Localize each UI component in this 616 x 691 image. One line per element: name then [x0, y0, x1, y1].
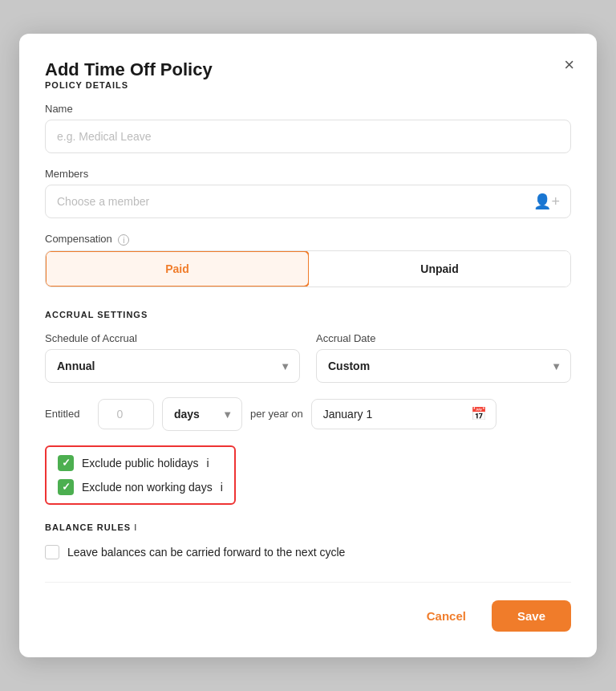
schedule-select[interactable]: Annual Monthly Weekly [45, 349, 300, 383]
accrual-schedule-row: Schedule of Accrual Annual Monthly Weekl… [45, 332, 571, 383]
exclude-public-holidays-checkbox[interactable]: ✓ [58, 455, 74, 471]
checkmark-icon: ✓ [62, 457, 71, 469]
policy-details-section-label: POLICY DETAILS [45, 80, 571, 90]
add-member-icon[interactable]: 👤+ [533, 193, 560, 210]
name-label: Name [45, 103, 571, 115]
entitled-row: Entitled days hours ▼ per year on 📅 [45, 397, 571, 431]
balance-rules-section-label: BALANCE RULES i [45, 522, 571, 532]
schedule-label: Schedule of Accrual [45, 332, 300, 344]
accrual-settings-section-label: ACCRUAL SETTINGS [45, 310, 571, 319]
checkmark-icon-2: ✓ [62, 481, 71, 493]
accrual-date-label: Accrual Date [316, 332, 571, 344]
carry-forward-label: Leave balances can be carried forward to… [67, 546, 345, 559]
footer-row: Cancel Save [45, 582, 571, 632]
days-select-wrap: days hours ▼ [162, 397, 242, 431]
date-input-wrap: 📅 [311, 399, 496, 429]
accrual-date-col: Accrual Date Custom Hire Date Fixed Date… [316, 332, 571, 383]
modal-dialog: Add Time Off Policy × POLICY DETAILS Nam… [19, 34, 597, 657]
save-button[interactable]: Save [492, 600, 571, 632]
per-year-label: per year on [250, 408, 303, 420]
carry-forward-row[interactable]: Leave balances can be carried forward to… [45, 545, 571, 559]
exclusion-checkbox-group: ✓ Exclude public holidays i ✓ Exclude no… [45, 445, 236, 505]
compensation-info-icon: i [118, 234, 129, 246]
unpaid-option[interactable]: Unpaid [309, 251, 570, 287]
close-button[interactable]: × [564, 56, 574, 74]
members-input[interactable] [45, 185, 571, 218]
members-input-wrap: 👤+ [45, 185, 571, 218]
exclude-non-working-days-item[interactable]: ✓ Exclude non working days i [58, 479, 223, 495]
exclude-non-working-days-label: Exclude non working days [82, 481, 213, 494]
accrual-date-select-wrap: Custom Hire Date Fixed Date ▼ [316, 349, 571, 383]
modal-overlay: Add Time Off Policy × POLICY DETAILS Nam… [0, 0, 616, 691]
paid-option[interactable]: Paid [45, 250, 310, 287]
schedule-col: Schedule of Accrual Annual Monthly Weekl… [45, 332, 300, 383]
modal-title: Add Time Off Policy [45, 59, 213, 79]
entitled-label: Entitled [45, 408, 90, 420]
accrual-date-select[interactable]: Custom Hire Date Fixed Date [316, 349, 571, 383]
compensation-label: Compensation i [45, 233, 571, 246]
exclude-non-working-days-checkbox[interactable]: ✓ [58, 479, 74, 495]
accrual-date-input[interactable] [311, 399, 496, 429]
carry-forward-checkbox[interactable] [45, 545, 59, 559]
exclude-public-holidays-info-icon: i [207, 457, 209, 469]
exclude-public-holidays-item[interactable]: ✓ Exclude public holidays i [58, 455, 223, 471]
exclude-non-working-days-info-icon: i [221, 481, 223, 494]
cancel-button[interactable]: Cancel [412, 601, 480, 631]
entitled-number-input[interactable] [98, 399, 154, 429]
members-label: Members [45, 168, 571, 180]
exclude-public-holidays-label: Exclude public holidays [82, 457, 199, 469]
balance-rules-section: BALANCE RULES i Leave balances can be ca… [45, 522, 571, 559]
days-select[interactable]: days hours [162, 397, 242, 431]
name-input[interactable] [45, 120, 571, 153]
schedule-select-wrap: Annual Monthly Weekly ▼ [45, 349, 300, 383]
balance-rules-info-icon: i [134, 522, 137, 532]
compensation-toggle: Paid Unpaid [45, 250, 571, 287]
